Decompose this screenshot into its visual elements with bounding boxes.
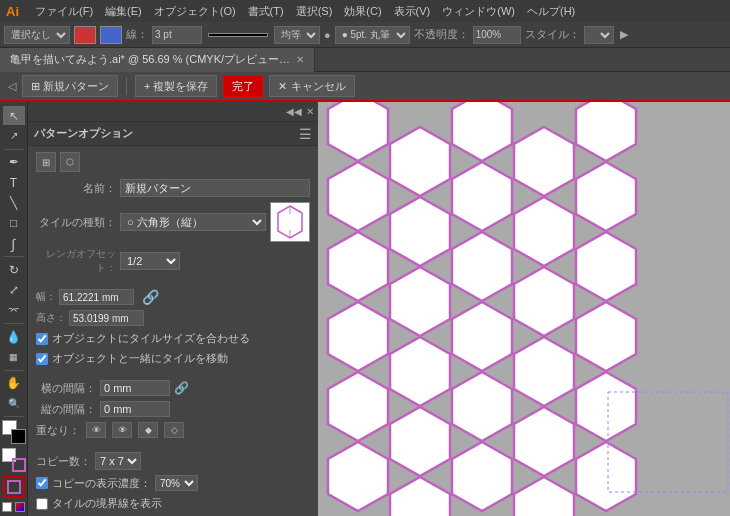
- fill-stroke-swatch[interactable]: [2, 448, 26, 472]
- pen-tool[interactable]: ✒: [3, 153, 25, 172]
- v-spacing-input[interactable]: [100, 401, 170, 417]
- overlap-label: 重なり：: [36, 423, 80, 438]
- copies-label: コピー数：: [36, 454, 91, 469]
- rect-tool[interactable]: □: [3, 214, 25, 233]
- toolbar-sep-3: [4, 323, 24, 324]
- rotate-tool[interactable]: ↻: [3, 260, 25, 279]
- copy-opacity-checkbox[interactable]: [36, 477, 48, 489]
- tile-type-label: タイルの種類：: [36, 215, 116, 230]
- name-input[interactable]: [120, 179, 310, 197]
- fit-tile-checkbox[interactable]: [36, 333, 48, 345]
- file-tab-name: 亀甲を描いてみよう.ai* @ 56.69 % (CMYK/プレビュー…: [10, 52, 290, 67]
- back-arrow[interactable]: ◁: [8, 80, 16, 93]
- canvas-area[interactable]: [318, 102, 730, 516]
- active-stroke-inner: [7, 480, 21, 494]
- panel-area: ◀◀ ✕ パターンオプション ☰ ⊞ ⬡ 名前： タイルの種類：: [28, 102, 318, 516]
- h-spacing-link[interactable]: 🔗: [174, 381, 189, 395]
- panel-grid-icon[interactable]: ⊞: [36, 152, 56, 172]
- ai-logo: Ai: [6, 4, 19, 19]
- menu-effect[interactable]: 効果(C): [344, 4, 381, 19]
- panel-menu-icon[interactable]: ☰: [299, 126, 312, 142]
- toolbar-sep-4: [4, 370, 24, 371]
- copy-opacity-label: コピーの表示濃度：: [52, 476, 151, 491]
- bg-color[interactable]: [11, 429, 26, 444]
- panel-hex-icon[interactable]: ⬡: [60, 152, 80, 172]
- fg-bg-swatch[interactable]: [2, 420, 26, 444]
- offset-select[interactable]: 1/2: [120, 252, 180, 270]
- panel-header: パターンオプション ☰: [28, 122, 318, 146]
- file-tab-close[interactable]: ✕: [296, 54, 304, 65]
- menu-edit[interactable]: 編集(E): [105, 4, 142, 19]
- stroke-color-swatch[interactable]: [74, 26, 96, 44]
- copy-save-label: + 複製を保存: [144, 79, 208, 94]
- show-bounds-label: タイルの境界線を表示: [52, 496, 162, 511]
- menu-file[interactable]: ファイル(F): [35, 4, 93, 19]
- show-bounds-checkbox[interactable]: [36, 498, 48, 510]
- select-tool[interactable]: ↖: [3, 106, 25, 125]
- copy-opacity-select[interactable]: 70%: [155, 475, 198, 491]
- link-icon[interactable]: 🔗: [142, 289, 159, 305]
- scale-tool[interactable]: ⤢: [3, 280, 25, 299]
- selection-dropdown[interactable]: 選択なし: [4, 26, 70, 44]
- overlap-btn-3[interactable]: ◆: [138, 422, 158, 438]
- file-tab[interactable]: 亀甲を描いてみよう.ai* @ 56.69 % (CMYK/プレビュー… ✕: [0, 48, 315, 72]
- line-tool[interactable]: ╲: [3, 193, 25, 212]
- done-button[interactable]: 完了: [223, 75, 263, 97]
- menu-window[interactable]: ウィンドウ(W): [442, 4, 515, 19]
- menu-select[interactable]: 選択(S): [296, 4, 333, 19]
- opacity-input[interactable]: 100%: [473, 26, 521, 44]
- overlap-btn-2[interactable]: 👁: [112, 422, 132, 438]
- h-spacing-input[interactable]: [100, 380, 170, 396]
- overlap-row: 重なり： 👁 👁 ◆ ◇: [36, 422, 310, 438]
- stroke-size-input[interactable]: 3 pt: [152, 26, 202, 44]
- pattern-bar: ◁ ⊞ 新規パターン + 複製を保存 完了 ✕ キャンセル: [0, 72, 730, 102]
- copies-select[interactable]: 7 x 7: [95, 452, 141, 470]
- cancel-label: ✕ キャンセル: [278, 79, 345, 94]
- stroke-style-select[interactable]: 均等: [274, 26, 320, 44]
- copy-opacity-row: コピーの表示濃度： 70%: [36, 475, 310, 491]
- panel-collapse-left[interactable]: ◀◀: [286, 106, 302, 117]
- pattern-bar-separator-1: [126, 77, 127, 95]
- style-select[interactable]: [584, 26, 614, 44]
- height-input[interactable]: [69, 310, 144, 326]
- h-spacing-row: 横の間隔： 🔗: [36, 380, 310, 396]
- tab-bar: 亀甲を描いてみよう.ai* @ 56.69 % (CMYK/プレビュー… ✕: [0, 48, 730, 72]
- options-bar: 選択なし 線： 3 pt 均等 ● ● 5pt. 丸筆 不透明度： 100% ス…: [0, 22, 730, 48]
- overlap-btn-4[interactable]: ◇: [164, 422, 184, 438]
- fit-move-checkbox[interactable]: [36, 353, 48, 365]
- menu-help[interactable]: ヘルプ(H): [527, 4, 575, 19]
- panel-title: パターンオプション: [34, 126, 133, 141]
- tile-type-select[interactable]: ○ 六角形（縦）: [120, 213, 266, 231]
- menu-type[interactable]: 書式(T): [248, 4, 284, 19]
- name-row: 名前：: [36, 179, 310, 197]
- fit-move-row: オブジェクトと一緒にタイルを移動: [36, 351, 310, 366]
- copies-row: コピー数： 7 x 7: [36, 452, 310, 470]
- active-tool-swatch[interactable]: [3, 476, 25, 498]
- new-pattern-button[interactable]: ⊞ 新規パターン: [22, 75, 118, 97]
- stroke-swatch[interactable]: [12, 458, 26, 472]
- copy-save-button[interactable]: + 複製を保存: [135, 75, 217, 97]
- zoom-tool[interactable]: 🔍: [3, 394, 25, 413]
- graph-tool[interactable]: ▦: [3, 347, 25, 366]
- hand-tool[interactable]: ✋: [3, 373, 25, 392]
- warp-tool[interactable]: ⌤: [3, 301, 25, 320]
- width-input[interactable]: [59, 289, 134, 305]
- eyedrop-tool[interactable]: 💧: [3, 327, 25, 346]
- brush-tool[interactable]: ∫: [3, 234, 25, 253]
- fill-color-swatch[interactable]: [100, 26, 122, 44]
- fit-move-label: オブジェクトと一緒にタイルを移動: [52, 351, 228, 366]
- cancel-button[interactable]: ✕ キャンセル: [269, 75, 354, 97]
- gradient-swatch[interactable]: [15, 502, 25, 512]
- text-tool[interactable]: T: [3, 173, 25, 192]
- h-spacing-label: 横の間隔：: [36, 381, 96, 396]
- direct-select-tool[interactable]: ↗: [3, 126, 25, 145]
- show-bounds-row: タイルの境界線を表示: [36, 496, 310, 511]
- menu-view[interactable]: 表示(V): [394, 4, 431, 19]
- panel-close[interactable]: ✕: [306, 106, 314, 117]
- dock-btn[interactable]: ▶: [620, 28, 628, 41]
- height-field: 高さ：: [36, 310, 144, 326]
- overlap-btn-1[interactable]: 👁: [86, 422, 106, 438]
- menu-object[interactable]: オブジェクト(O): [154, 4, 236, 19]
- brush-select[interactable]: ● 5pt. 丸筆: [335, 26, 410, 44]
- none-swatch[interactable]: [2, 502, 12, 512]
